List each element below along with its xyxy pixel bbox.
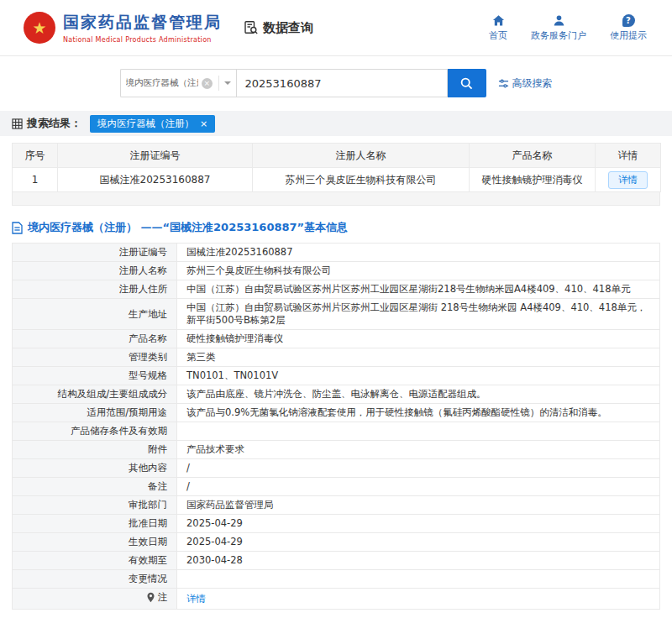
detail-value <box>177 422 660 441</box>
detail-title-text: 境内医疗器械（注册） ——“国械注准20253160887”基本信息 <box>28 220 348 235</box>
detail-value: 该产品与0.9%无菌氯化钠溶液配套使用，用于硬性接触镜（氟硅丙烯酸酯硬性镜）的清… <box>177 404 660 422</box>
results-table: 序号 注册证编号 注册人名称 产品名称 详情 1 国械注准20253160887… <box>12 143 661 192</box>
detail-row: 注册证编号 国械注准20253160887 <box>13 244 660 262</box>
search-category-select[interactable]: 境内医疗器械（注册） × <box>120 69 236 97</box>
search-icon <box>459 76 474 91</box>
nav-portal-label: 政务服务门户 <box>531 29 586 42</box>
data-query-icon <box>244 20 259 35</box>
detail-value: 2025-04-29 <box>177 515 660 533</box>
detail-section-title: 境内医疗器械（注册） ——“国械注准20253160887”基本信息 <box>12 217 660 243</box>
detail-label: 附件 <box>13 441 177 459</box>
detail-value: 该产品由底座、镜片冲洗仓、防尘盖、电泳解离仓、电源适配器组成。 <box>177 385 660 404</box>
header: ★ 国家药品监督管理局 National Medical Products Ad… <box>0 0 672 56</box>
tag-close-icon[interactable]: × <box>200 119 207 128</box>
agency-name: 国家药品监督管理局 <box>63 12 222 34</box>
nav-home[interactable]: 首页 <box>489 14 507 42</box>
clear-category-icon[interactable]: × <box>202 78 213 89</box>
detail-label: 变更情况 <box>13 570 177 589</box>
detail-row: 适用范围/预期用途 该产品与0.9%无菌氯化钠溶液配套使用，用于硬性接触镜（氟硅… <box>13 404 660 422</box>
col-header-product: 产品名称 <box>470 144 596 168</box>
result-filter-tag[interactable]: 境内医疗器械（注册） × <box>90 115 215 133</box>
select-divider <box>218 76 219 91</box>
detail-note-value-cell: 详情 <box>177 589 660 610</box>
detail-label: 批准日期 <box>13 515 177 533</box>
detail-row: 注 详情 <box>13 589 660 610</box>
detail-label: 型号规格 <box>13 367 177 385</box>
detail-value: 中国（江苏）自由贸易试验区苏州片区苏州工业园区星湖街 218号生物纳米园 A4楼… <box>177 299 660 330</box>
detail-label: 生产地址 <box>13 299 177 330</box>
col-header-index: 序号 <box>13 144 58 168</box>
detail-row: 备注 / <box>13 478 660 496</box>
detail-button[interactable]: 详情 <box>608 171 648 189</box>
detail-row: 批准日期 2025-04-29 <box>13 515 660 533</box>
search-button[interactable] <box>448 69 486 97</box>
table-row: 1 国械注准20253160887 苏州三个臭皮匠生物科技有限公司 硬性接触镜护… <box>13 168 661 192</box>
grid-icon <box>12 118 23 129</box>
data-query-label: 数据查询 <box>263 20 313 36</box>
detail-value: TN0101、TN0101V <box>177 367 660 385</box>
cell-product: 硬性接触镜护理消毒仪 <box>470 168 596 192</box>
detail-row: 管理类别 第三类 <box>13 348 660 367</box>
national-emblem-logo: ★ <box>24 12 55 44</box>
search-input[interactable] <box>236 69 448 97</box>
cell-regno: 国械注准20253160887 <box>58 168 253 192</box>
detail-value: 国家药品监督管理局 <box>177 496 660 515</box>
detail-value: 产品技术要求 <box>177 441 660 459</box>
detail-row: 生产地址 中国（江苏）自由贸易试验区苏州片区苏州工业园区星湖街 218号生物纳米… <box>13 299 660 330</box>
detail-label: 注册证编号 <box>13 244 177 262</box>
detail-row: 附件 产品技术要求 <box>13 441 660 459</box>
note-detail-link[interactable]: 详情 <box>186 593 206 605</box>
detail-label: 产品储存条件及有效期 <box>13 422 177 441</box>
home-icon <box>492 14 505 27</box>
cell-index: 1 <box>13 168 58 192</box>
detail-label: 注册人住所 <box>13 280 177 299</box>
search-category-value: 境内医疗器械（注册） <box>126 77 198 89</box>
data-query-title: 数据查询 <box>244 20 313 36</box>
search-section: 境内医疗器械（注册） × 高级搜索 <box>0 56 672 111</box>
detail-label: 有效期至 <box>13 552 177 570</box>
cell-detail: 详情 <box>596 168 661 192</box>
nav-help-label: 使用提示 <box>610 29 647 42</box>
detail-label: 注册人名称 <box>13 262 177 280</box>
result-filter-tag-label: 境内医疗器械（注册） <box>97 118 194 130</box>
detail-row: 生效日期 2025-04-29 <box>13 533 660 552</box>
document-icon <box>12 222 23 234</box>
advanced-search-label: 高级搜索 <box>512 76 553 91</box>
detail-row: 注册人住所 中国（江苏）自由贸易试验区苏州片区苏州工业园区星湖街218号生物纳米… <box>13 280 660 299</box>
detail-label: 审批部门 <box>13 496 177 515</box>
detail-row: 注册人名称 苏州三个臭皮匠生物科技有限公司 <box>13 262 660 280</box>
nav-portal[interactable]: 政务服务门户 <box>531 14 586 42</box>
top-nav: 首页 政务服务门户 ? 使用提示 <box>489 14 647 42</box>
detail-value: 中国（江苏）自由贸易试验区苏州片区苏州工业园区星湖街218号生物纳米园A4楼40… <box>177 280 660 299</box>
nav-help[interactable]: ? 使用提示 <box>610 14 647 42</box>
results-table-wrap: 序号 注册证编号 注册人名称 产品名称 详情 1 国械注准20253160887… <box>12 143 660 206</box>
detail-table: 注册证编号 国械注准20253160887 注册人名称 苏州三个臭皮匠生物科技有… <box>12 243 660 610</box>
col-header-detail: 详情 <box>596 144 661 168</box>
detail-value: 苏州三个臭皮匠生物科技有限公司 <box>177 262 660 280</box>
note-label-text: 注 <box>158 591 168 604</box>
detail-row: 变更情况 <box>13 570 660 589</box>
detail-row: 产品名称 硬性接触镜护理消毒仪 <box>13 330 660 348</box>
help-icon: ? <box>622 14 635 27</box>
advanced-filter-icon <box>498 78 509 89</box>
detail-label: 备注 <box>13 478 177 496</box>
nav-home-label: 首页 <box>489 29 507 42</box>
results-table-footer <box>12 192 660 206</box>
detail-label: 其他内容 <box>13 459 177 478</box>
note-pin-icon <box>146 592 155 603</box>
detail-value: 硬性接触镜护理消毒仪 <box>177 330 660 348</box>
advanced-search-link[interactable]: 高级搜索 <box>498 76 553 91</box>
detail-row: 产品储存条件及有效期 <box>13 422 660 441</box>
user-icon <box>553 14 565 27</box>
detail-row: 其他内容 / <box>13 459 660 478</box>
detail-label: 生效日期 <box>13 533 177 552</box>
results-label-text: 搜索结果： <box>27 116 81 131</box>
detail-value: / <box>177 459 660 478</box>
detail-label: 结构及组成/主要组成成分 <box>13 385 177 404</box>
results-label: 搜索结果： <box>12 116 81 131</box>
detail-row: 有效期至 2030-04-28 <box>13 552 660 570</box>
detail-section: 境内医疗器械（注册） ——“国械注准20253160887”基本信息 注册证编号… <box>12 217 660 618</box>
detail-label: 管理类别 <box>13 348 177 367</box>
detail-value: 2025-04-29 <box>177 533 660 552</box>
detail-value: 2030-04-28 <box>177 552 660 570</box>
